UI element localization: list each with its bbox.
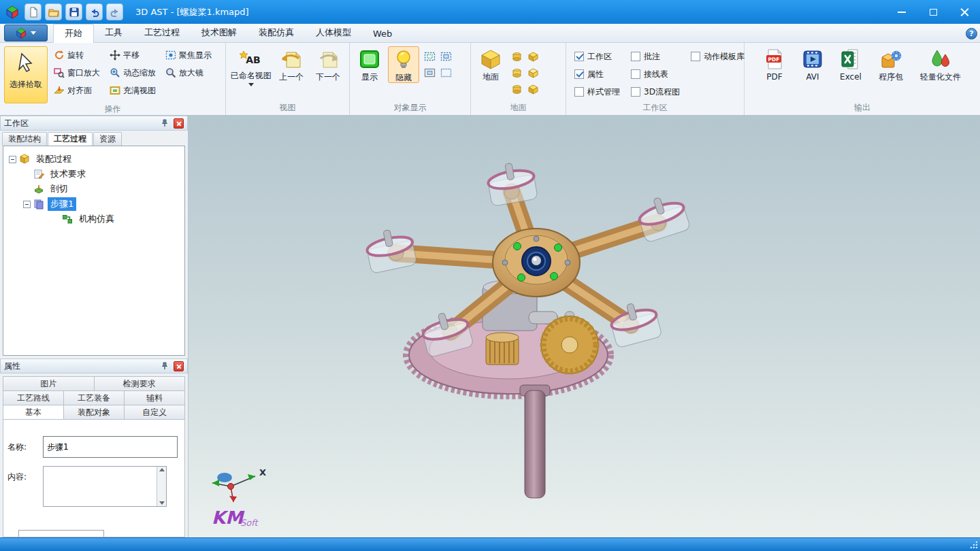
display-option-1-button[interactable] [422, 49, 437, 64]
window-zoom-button[interactable]: 窗口放大 [50, 64, 103, 82]
checkbox-wiring-table[interactable]: 接线表 [627, 65, 684, 83]
tab-process-equipment[interactable]: 工艺装备 [64, 390, 125, 405]
tab-human-model[interactable]: 人体模型 [305, 24, 362, 42]
checkbox-annotation[interactable]: 批注 [627, 48, 684, 65]
checkbox-3d-flowchart[interactable]: 3D流程图 [627, 83, 684, 101]
ribbon-group-output: PDF PDF AVI Excel 程序包 轻量化文件 输出 [745, 43, 980, 115]
tab-assembly-object[interactable]: 装配对象 [64, 405, 125, 420]
export-avi-button[interactable]: AVI [797, 46, 828, 82]
app-logo-icon [4, 4, 20, 20]
tab-basic[interactable]: 基本 [3, 405, 64, 420]
tab-technical-illustration[interactable]: 技术图解 [191, 24, 248, 42]
tree-row-assembly-process[interactable]: 装配过程 [5, 152, 183, 167]
previous-view-button[interactable]: 上一个 [274, 46, 308, 82]
central-hub [493, 229, 580, 297]
pan-button[interactable]: 平移 [106, 46, 159, 64]
viewport-3d[interactable]: X KM Soft [189, 116, 980, 537]
tab-tools[interactable]: 工具 [94, 24, 133, 42]
ground-option-1-button[interactable] [509, 49, 524, 64]
export-pdf-button[interactable]: PDF PDF [759, 46, 790, 82]
tab-auxiliary-materials[interactable]: 辅料 [125, 390, 185, 405]
help-button[interactable]: ? [966, 28, 977, 39]
redo-button[interactable] [106, 3, 123, 20]
workspace-panel-close-button[interactable] [174, 118, 184, 129]
dotted-frame-icon [440, 67, 452, 78]
content-scrollbar[interactable] [157, 467, 166, 506]
display-option-4-button[interactable] [438, 65, 453, 80]
tab-assembly-simulation[interactable]: 装配仿真 [248, 24, 305, 42]
properties-panel-close-button[interactable] [174, 361, 184, 371]
scroll-up-icon[interactable] [159, 468, 165, 471]
pin-icon[interactable] [159, 361, 170, 371]
group-label-view: 视图 [226, 102, 349, 115]
collapse-icon[interactable] [23, 201, 31, 208]
maximize-button[interactable] [917, 0, 949, 24]
ground-option-6-button[interactable] [525, 82, 540, 97]
resize-grip[interactable] [969, 540, 979, 550]
minimize-button[interactable] [886, 0, 917, 24]
tab-custom[interactable]: 自定义 [125, 405, 185, 420]
display-option-2-button[interactable] [438, 49, 453, 64]
logo-soft-text: Soft [240, 518, 259, 528]
dynamic-zoom-button[interactable]: 动态缩放 [106, 64, 159, 82]
group-label-output: 输出 [745, 102, 980, 115]
help-icon: ? [969, 29, 973, 38]
scroll-down-icon[interactable] [159, 501, 165, 505]
close-button[interactable] [949, 0, 980, 24]
focus-display-button[interactable]: 聚焦显示 [162, 46, 215, 64]
app-menu-button[interactable] [4, 24, 48, 41]
tab-start[interactable]: 开始 [53, 24, 94, 43]
ground-option-2-button[interactable] [525, 49, 540, 64]
rotate-button[interactable]: 旋转 [50, 46, 103, 64]
cube-small-icon [528, 52, 538, 62]
undo-button[interactable] [86, 3, 103, 20]
checkbox-icon [691, 52, 700, 61]
save-button[interactable] [65, 3, 82, 20]
partial-field [18, 530, 104, 537]
tab-resources[interactable]: 资源 [93, 132, 122, 146]
fit-view-button[interactable]: 充满视图 [106, 82, 159, 99]
window-title: 3D AST - [螺旋桨1.kmapd] [135, 6, 249, 18]
tab-process-route[interactable]: 工艺路线 [3, 390, 64, 405]
tab-image[interactable]: 图片 [3, 376, 95, 391]
name-input[interactable] [43, 436, 178, 458]
tab-process-tree[interactable]: 工艺过程 [48, 132, 93, 146]
tree-row-step1[interactable]: 步骤1 [5, 197, 183, 212]
ground-option-4-button[interactable] [525, 65, 540, 80]
tab-assembly-structure[interactable]: 装配结构 [2, 132, 47, 146]
named-views-button[interactable]: AB 已命名视图 [230, 46, 272, 86]
display-option-3-button[interactable] [422, 65, 437, 80]
new-file-button[interactable] [24, 3, 42, 20]
export-package-button[interactable]: 程序包 [873, 46, 909, 82]
tree-row-section-cut[interactable]: 剖切 [5, 182, 183, 197]
tree-row-mechanism-simulation[interactable]: 机构仿真 [5, 212, 183, 227]
window-zoom-icon [54, 67, 65, 78]
next-view-button[interactable]: 下一个 [311, 46, 345, 82]
checkbox-properties[interactable]: 属性 [570, 65, 624, 83]
collapse-icon[interactable] [9, 156, 16, 163]
hide-button[interactable]: 隐藏 [388, 46, 419, 83]
checkbox-action-template-library[interactable]: 动作模板库 [687, 48, 749, 65]
tab-inspection-requirements[interactable]: 检测要求 [95, 376, 186, 391]
export-excel-button[interactable]: Excel [835, 46, 866, 82]
ground-option-5-button[interactable] [509, 82, 524, 97]
tree-row-technical-requirements[interactable]: 技术要求 [5, 167, 183, 182]
fit-view-icon [110, 85, 120, 96]
content-textarea[interactable] [44, 467, 156, 506]
ground-button[interactable]: 地面 [475, 46, 506, 82]
checkbox-workspace[interactable]: 工作区 [570, 48, 624, 65]
tab-process[interactable]: 工艺过程 [133, 24, 191, 42]
tab-web[interactable]: Web [362, 26, 403, 42]
checkbox-icon [631, 52, 640, 61]
select-pick-button[interactable]: 选择拾取 [4, 46, 48, 103]
workspace-panel: 工作区 装配结构 工艺过程 资源 装配过程 [0, 116, 188, 358]
align-face-button[interactable]: 对齐面 [50, 82, 103, 99]
checkbox-style-manager[interactable]: 样式管理 [570, 83, 624, 101]
ground-option-3-button[interactable] [509, 65, 524, 80]
magnifier-button[interactable]: 放大镜 [162, 64, 215, 82]
open-file-button[interactable] [45, 3, 62, 20]
pin-icon[interactable] [159, 118, 170, 129]
show-button[interactable]: 显示 [354, 46, 385, 82]
export-lightweight-file-button[interactable]: 轻量化文件 [915, 46, 966, 82]
cylinder-icon [512, 52, 522, 62]
